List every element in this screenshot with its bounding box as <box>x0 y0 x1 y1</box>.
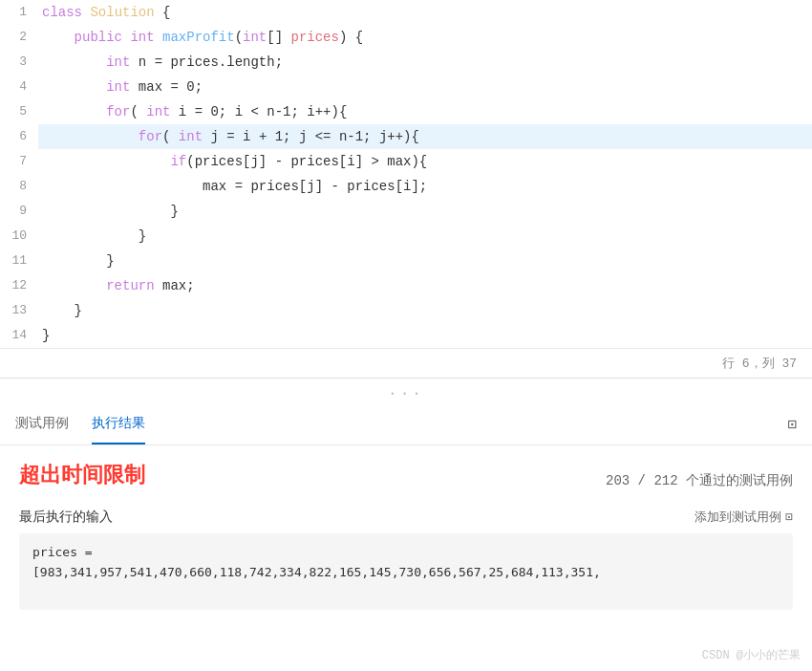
line-code: for( int j = i + 1; j <= n-1; j++){ <box>38 124 812 149</box>
line-code: } <box>38 323 812 348</box>
line-number: 2 <box>0 25 38 50</box>
line-number: 4 <box>0 75 38 99</box>
drag-handle[interactable]: ... <box>0 379 812 403</box>
line-number: 10 <box>0 224 38 249</box>
line-code: class Solution { <box>38 0 812 25</box>
watermark: CSDN @小小的芒果 <box>702 647 801 663</box>
bottom-panel: 测试用例 执行结果 ⊡ 超出时间限制 203 / 212 个通过的测试用例 最后… <box>0 403 812 671</box>
expand-icon[interactable]: ⊡ <box>787 415 797 434</box>
line-number: 13 <box>0 298 38 323</box>
last-input-section: 最后执行的输入 添加到测试用例 ⊡ prices = [983,341,957,… <box>19 509 793 610</box>
last-input-label: 最后执行的输入 <box>19 509 113 526</box>
tabs-left: 测试用例 执行结果 <box>15 403 145 444</box>
prices-label: prices = <box>32 545 780 559</box>
result-area: 超出时间限制 203 / 212 个通过的测试用例 最后执行的输入 添加到测试用… <box>0 445 812 625</box>
line-number: 14 <box>0 323 38 348</box>
add-test-button[interactable]: 添加到测试用例 ⊡ <box>694 509 793 526</box>
tab-result[interactable]: 执行结果 <box>92 403 145 444</box>
status-bar: 行 6，列 37 <box>0 348 812 378</box>
test-stats: 203 / 212 个通过的测试用例 <box>606 472 793 489</box>
line-number: 3 <box>0 50 38 75</box>
cursor-position: 行 6，列 37 <box>722 355 797 372</box>
line-number: 9 <box>0 199 38 224</box>
code-table: 1class Solution {2 public int maxProfit(… <box>0 0 812 348</box>
line-number: 6 <box>0 124 38 149</box>
add-icon: ⊡ <box>785 509 793 525</box>
tabs-bar: 测试用例 执行结果 ⊡ <box>0 403 812 445</box>
line-number: 11 <box>0 249 38 273</box>
line-code: max = prices[j] - prices[i]; <box>38 174 812 199</box>
last-input-header: 最后执行的输入 添加到测试用例 ⊡ <box>19 509 793 526</box>
input-box: prices = [983,341,957,541,470,660,118,74… <box>19 533 793 610</box>
line-number: 12 <box>0 273 38 298</box>
line-code: } <box>38 199 812 224</box>
line-code: for( int i = 0; i < n-1; i++){ <box>38 99 812 124</box>
line-code: } <box>38 298 812 323</box>
line-number: 5 <box>0 99 38 124</box>
line-code: int max = 0; <box>38 75 812 99</box>
line-code: public int maxProfit(int[] prices) { <box>38 25 812 50</box>
line-code: if(prices[j] - prices[i] > max){ <box>38 149 812 174</box>
line-code: } <box>38 224 812 249</box>
line-number: 8 <box>0 174 38 199</box>
line-number: 1 <box>0 0 38 25</box>
code-editor: 1class Solution {2 public int maxProfit(… <box>0 0 812 379</box>
line-code: int n = prices.length; <box>38 50 812 75</box>
prices-value: [983,341,957,541,470,660,118,742,334,822… <box>32 565 780 579</box>
line-code: return max; <box>38 273 812 298</box>
line-code: } <box>38 249 812 273</box>
line-number: 7 <box>0 149 38 174</box>
tab-test-case[interactable]: 测试用例 <box>15 403 69 444</box>
